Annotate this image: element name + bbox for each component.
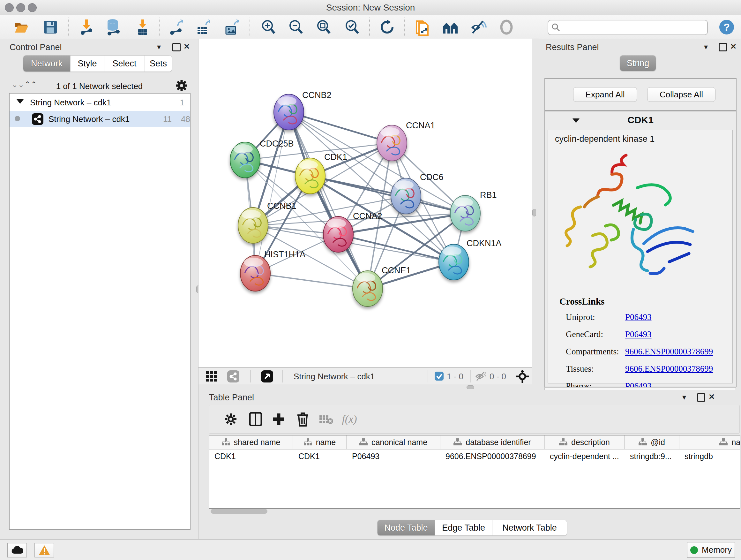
zoom-selected-icon[interactable] [342,18,361,36]
export-table-icon[interactable] [194,18,212,36]
edge-CCNB2-CCNA1[interactable] [289,112,392,143]
tab-edge-table[interactable]: Edge Table [435,520,492,536]
expand-all-button[interactable]: Expand All [573,87,637,102]
network-row[interactable]: String Network – cdk1 11 48 [10,111,190,127]
node-table[interactable]: shared namenamecanonical namedatabase id… [209,435,740,509]
float-panel-icon[interactable] [697,393,705,401]
column-header-shared-name[interactable]: shared name [209,435,293,449]
node-CDC6[interactable]: CDC6 [391,172,444,214]
node-CDKN1A[interactable]: CDKN1A [439,239,502,280]
view-grid-icon[interactable] [206,371,217,383]
gene-name: CDK1 [545,115,736,125]
cell-namespace[interactable]: stringdb [679,449,740,463]
select-columns-icon[interactable] [247,411,264,428]
import-network-file-icon[interactable] [77,18,96,36]
column-header-namespace[interactable]: namespace [679,435,740,449]
hide-selected-icon[interactable] [469,18,488,36]
crosslink-uniprot[interactable]: P06493 [625,312,652,322]
cell-name[interactable]: CDK1 [293,449,347,463]
network-status-dot [15,116,20,121]
toolbar-separator [250,17,250,36]
collapse-panel-icon[interactable]: ▾ [704,43,708,51]
column-header-@id[interactable]: @id [625,435,679,449]
search-field[interactable] [563,21,704,33]
table-horizontal-scrollbar[interactable] [211,509,737,514]
edge-CCNB2-CCNE1[interactable] [289,112,367,289]
node-CDK1[interactable]: CDK1 [295,152,347,194]
tab-network[interactable]: Network [23,56,71,71]
column-header-name[interactable]: name [293,435,347,449]
cell-shared-name[interactable]: CDK1 [209,449,293,463]
tab-sets[interactable]: Sets [145,56,172,71]
node-CCNB1[interactable]: CCNB1 [238,201,296,243]
collapse-panel-icon[interactable]: ▾ [682,393,686,401]
float-panel-icon[interactable] [172,43,181,51]
scrollbar-thumb[interactable] [211,509,267,514]
network-collection-row[interactable]: String Network – cdk1 1 [10,94,190,110]
network-graph[interactable]: CCNB2CCNA1CDC25BCDK1CDC6RB1CCNB1CCNA2CDK… [199,39,532,367]
export-network-icon[interactable] [166,18,185,36]
close-panel-icon[interactable]: ✕ [730,42,737,51]
help-button[interactable]: ? [719,20,734,35]
edge-HIST1H1A-CCNE1[interactable] [255,273,367,289]
node-HIST1H1A[interactable]: HIST1H1A [240,250,306,291]
crosslink-compartments[interactable]: 9606.ENSP00000378699 [625,347,713,357]
cloud-status-button[interactable] [7,543,27,557]
collection-label: String Network – cdk1 [30,98,111,108]
table-type-tabs: Node TableEdge TableNetwork Table [377,520,567,536]
column-header-description[interactable]: description [545,435,625,449]
cell-canonical-name[interactable]: P06493 [347,449,441,463]
save-session-icon[interactable] [41,18,60,36]
tab-network-table[interactable]: Network Table [492,520,567,536]
horizontal-splitter-handle[interactable] [467,385,474,389]
column-header-database-identifier[interactable]: database identifier [441,435,545,449]
zoom-in-icon[interactable] [259,18,277,36]
import-table-icon[interactable] [133,18,152,36]
cell-description[interactable]: cyclin-dependent ... [545,449,625,463]
first-neighbors-icon[interactable] [441,18,460,36]
import-network-database-icon[interactable] [104,18,123,36]
string-network-icon [32,113,44,126]
float-panel-icon[interactable] [719,43,727,51]
tab-node-table[interactable]: Node Table [378,520,435,536]
zoom-fit-icon[interactable] [314,18,333,36]
table-row[interactable]: CDK1CDK1P064939606.ENSP00000378699cyclin… [209,449,740,463]
view-network-icon[interactable] [227,370,239,384]
add-column-icon[interactable] [270,411,287,428]
edge-CCNB2-HIST1H1A[interactable] [255,112,289,273]
crosslink-genecard[interactable]: P06493 [625,329,652,339]
clone-network-icon[interactable] [413,18,431,36]
open-session-icon[interactable] [12,18,31,36]
crosslink-tissues[interactable]: 9606.ENSP00000378699 [625,364,713,374]
node-RB1[interactable]: RB1 [450,190,497,231]
collection-expander-icon[interactable] [17,99,23,104]
network-canvas[interactable]: CCNB2CCNA1CDC25BCDK1CDC6RB1CCNB1CCNA2CDK… [199,39,532,367]
collapse-all-button[interactable]: Collapse All [647,87,716,102]
cell-@id[interactable]: stringdb:9... [625,449,679,463]
node-CCNE1[interactable]: CCNE1 [353,266,411,307]
apply-layout-icon[interactable] [378,18,396,36]
network-edge-count: 48 [175,114,190,124]
cell-database-identifier[interactable]: 9606.ENSP00000378699 [441,449,545,463]
table-settings-icon[interactable] [222,411,239,428]
birdseye-view-icon[interactable] [516,370,529,384]
crosslink-label: Uniprot: [566,312,595,322]
network-options-gear-icon[interactable] [175,79,188,94]
tab-select[interactable]: Select [105,56,145,71]
tab-string[interactable]: String [620,56,656,71]
export-image-icon[interactable] [222,18,241,36]
right-splitter-handle[interactable] [532,209,536,216]
delete-column-icon[interactable] [294,411,311,428]
tab-style[interactable]: Style [71,56,105,71]
search-input[interactable] [548,20,708,35]
detach-view-icon[interactable] [261,370,273,384]
zoom-out-icon[interactable] [286,18,305,36]
toolbar-separator [404,17,405,36]
close-panel-icon[interactable]: ✕ [184,42,190,51]
collapse-panel-icon[interactable]: ▾ [157,43,161,51]
warnings-button[interactable] [35,543,54,557]
memory-button[interactable]: Memory [687,542,735,558]
node-CCNA1[interactable]: CCNA1 [377,121,435,161]
column-header-canonical-name[interactable]: canonical name [347,435,441,449]
close-panel-icon[interactable]: ✕ [709,392,715,401]
